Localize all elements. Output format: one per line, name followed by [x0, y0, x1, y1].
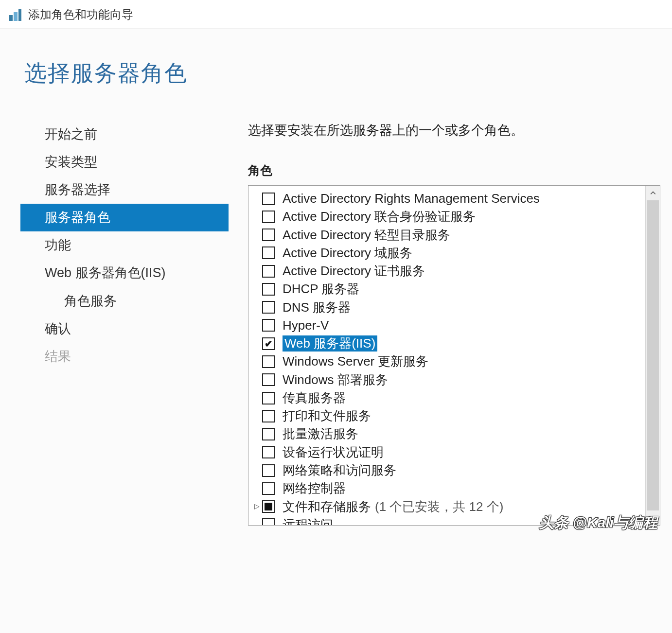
- svg-rect-0: [9, 15, 13, 21]
- nav-item[interactable]: 角色服务: [25, 287, 229, 315]
- nav-item[interactable]: 服务器选择: [25, 176, 229, 204]
- role-label: 传真服务器: [283, 390, 346, 406]
- role-label: Active Directory 证书服务: [283, 263, 425, 279]
- role-count-note: (1 个已安装，共 12 个): [375, 499, 503, 515]
- svg-rect-1: [14, 12, 18, 21]
- role-checkbox[interactable]: [262, 355, 275, 368]
- role-row[interactable]: 传真服务器: [263, 389, 645, 407]
- scrollbar[interactable]: [645, 186, 660, 525]
- role-checkbox[interactable]: [262, 500, 275, 513]
- role-row[interactable]: Active Directory 域服务: [263, 244, 645, 262]
- watermark: 头条 @Kali与编程: [539, 513, 657, 533]
- role-checkbox[interactable]: [262, 428, 275, 440]
- role-label: 打印和文件服务: [283, 408, 371, 424]
- nav-item[interactable]: Web 服务器角色(IIS): [25, 259, 229, 287]
- role-row[interactable]: 网络控制器: [263, 479, 645, 497]
- nav-item[interactable]: 确认: [25, 315, 229, 343]
- role-label: 远程访问: [283, 517, 333, 525]
- nav-item[interactable]: 开始之前: [25, 121, 229, 148]
- role-row[interactable]: Windows 部署服务: [263, 371, 645, 389]
- nav-item[interactable]: 服务器角色: [20, 204, 229, 231]
- nav-item[interactable]: 功能: [25, 231, 229, 259]
- role-label: 文件和存储服务: [283, 499, 371, 515]
- role-label: 网络控制器: [283, 480, 346, 496]
- role-checkbox[interactable]: [262, 392, 275, 404]
- role-checkbox[interactable]: [262, 301, 275, 314]
- role-checkbox[interactable]: [262, 337, 275, 350]
- role-label: Active Directory 联合身份验证服务: [283, 209, 476, 225]
- role-row[interactable]: DNS 服务器: [263, 299, 645, 316]
- role-row[interactable]: 打印和文件服务: [263, 407, 645, 425]
- role-label: Web 服务器(IIS): [283, 335, 377, 352]
- role-checkbox[interactable]: [262, 464, 275, 477]
- role-checkbox[interactable]: [262, 229, 275, 241]
- nav-item[interactable]: 安装类型: [25, 148, 229, 176]
- role-row[interactable]: 设备运行状况证明: [263, 443, 645, 461]
- role-label: Windows Server 更新服务: [283, 353, 429, 369]
- role-checkbox[interactable]: [262, 265, 275, 278]
- scroll-thumb[interactable]: [647, 200, 659, 510]
- role-checkbox[interactable]: [262, 446, 275, 458]
- role-row[interactable]: DHCP 服务器: [263, 280, 645, 298]
- roles-listbox[interactable]: Active Directory Rights Management Servi…: [248, 185, 660, 526]
- expand-icon[interactable]: ▷: [251, 502, 262, 511]
- roles-heading: 角色: [248, 162, 660, 178]
- role-row[interactable]: Hyper-V: [263, 316, 645, 334]
- role-checkbox[interactable]: [262, 410, 275, 422]
- role-checkbox[interactable]: [262, 518, 275, 525]
- role-row[interactable]: Active Directory 联合身份验证服务: [263, 208, 645, 226]
- role-label: Active Directory Rights Management Servi…: [283, 191, 540, 207]
- role-label: 设备运行状况证明: [283, 444, 384, 460]
- role-checkbox[interactable]: [262, 283, 275, 296]
- role-row[interactable]: Web 服务器(IIS): [263, 334, 645, 352]
- role-checkbox[interactable]: [262, 319, 275, 332]
- role-checkbox[interactable]: [262, 246, 275, 259]
- role-row[interactable]: Windows Server 更新服务: [263, 352, 645, 370]
- role-row[interactable]: Active Directory 证书服务: [263, 262, 645, 280]
- role-label: DNS 服务器: [283, 299, 351, 316]
- role-row[interactable]: 批量激活服务: [263, 425, 645, 443]
- role-row[interactable]: Active Directory 轻型目录服务: [263, 226, 645, 244]
- role-checkbox[interactable]: [262, 193, 275, 205]
- role-row[interactable]: 网络策略和访问服务: [263, 461, 645, 479]
- instruction-text: 选择要安装在所选服务器上的一个或多个角色。: [248, 122, 660, 139]
- role-checkbox[interactable]: [262, 482, 275, 495]
- role-label: Windows 部署服务: [283, 372, 388, 388]
- wizard-nav: 开始之前安装类型服务器选择服务器角色功能Web 服务器角色(IIS)角色服务确认…: [0, 121, 229, 526]
- svg-rect-2: [18, 9, 21, 21]
- role-label: Active Directory 域服务: [283, 245, 412, 261]
- role-label: Active Directory 轻型目录服务: [283, 227, 450, 243]
- scroll-up-button[interactable]: [646, 186, 660, 200]
- role-label: 网络策略和访问服务: [283, 462, 396, 478]
- role-checkbox[interactable]: [262, 211, 275, 223]
- role-label: Hyper-V: [283, 317, 329, 334]
- role-checkbox[interactable]: [262, 373, 275, 386]
- role-row[interactable]: Active Directory Rights Management Servi…: [263, 190, 645, 208]
- role-label: 批量激活服务: [283, 426, 358, 442]
- role-label: DHCP 服务器: [283, 281, 359, 297]
- nav-item: 结果: [25, 343, 229, 370]
- titlebar: 添加角色和功能向导: [0, 0, 672, 29]
- page-title: 选择服务器角色: [0, 29, 672, 88]
- server-manager-icon: [9, 8, 21, 21]
- titlebar-title: 添加角色和功能向导: [28, 7, 133, 22]
- scroll-track[interactable]: [646, 200, 660, 510]
